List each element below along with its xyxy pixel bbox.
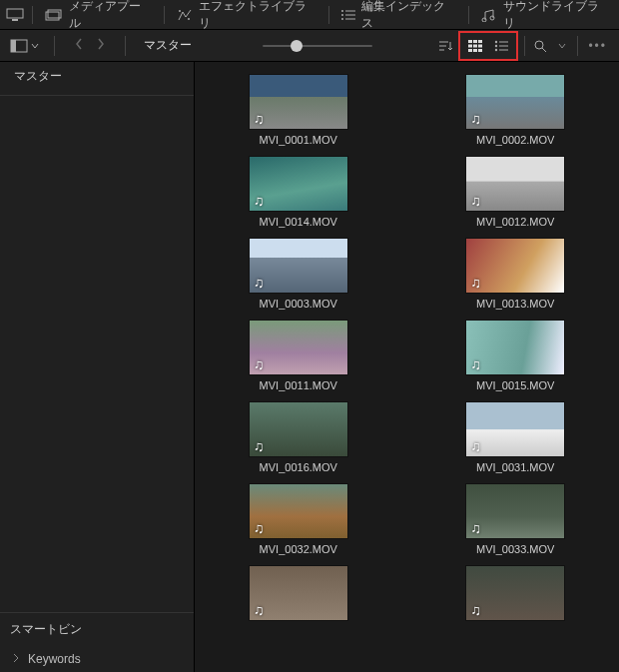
clip-thumbnail[interactable]: ♫ <box>249 320 348 375</box>
tab-edit-index[interactable]: 編集インデックス <box>337 0 460 32</box>
svg-point-30 <box>495 44 497 46</box>
svg-rect-19 <box>468 40 472 43</box>
audio-icon: ♫ <box>470 193 481 209</box>
clip-thumbnail[interactable]: ♫ <box>249 565 348 621</box>
nav-arrows <box>65 36 115 55</box>
clip-item[interactable]: ♫MVI_0003.MOV <box>249 238 348 310</box>
divider <box>164 6 165 24</box>
clip-item[interactable]: ♫MVI_0016.MOV <box>249 401 348 473</box>
media-toolbar: マスター ••• <box>0 30 619 62</box>
sidebar-empty <box>0 96 194 612</box>
main-area: マスター スマートビン Keywords ♫MVI_0001.MOV♫MVI_0… <box>0 62 619 672</box>
clip-thumbnail[interactable]: ♫ <box>465 483 565 539</box>
svg-point-9 <box>341 10 343 12</box>
search-dropdown[interactable] <box>551 35 573 57</box>
svg-rect-15 <box>11 40 16 52</box>
clip-item[interactable]: ♫ <box>465 565 565 625</box>
nav-forward[interactable] <box>93 36 109 55</box>
grid-view-button[interactable] <box>464 35 486 57</box>
clip-label: MVI_0016.MOV <box>260 461 337 473</box>
search-button[interactable] <box>529 35 551 57</box>
clip-label: MVI_0014.MOV <box>260 216 337 228</box>
nav-back[interactable] <box>71 36 87 55</box>
audio-icon: ♫ <box>254 193 265 209</box>
smartbin-header: スマートビン <box>0 612 194 646</box>
chevron-right-icon <box>12 652 20 666</box>
divider <box>32 6 33 24</box>
clip-item[interactable]: ♫MVI_0032.MOV <box>249 483 348 555</box>
divider <box>577 36 578 56</box>
svg-line-35 <box>542 48 546 52</box>
svg-rect-23 <box>473 44 477 47</box>
clip-thumbnail[interactable]: ♫ <box>465 320 565 375</box>
divider <box>524 36 525 56</box>
list-view-button[interactable] <box>490 35 512 57</box>
smartbin-keywords[interactable]: Keywords <box>0 646 194 672</box>
clip-thumbnail[interactable]: ♫ <box>465 401 565 457</box>
clip-thumbnail[interactable]: ♫ <box>465 156 565 212</box>
clip-item[interactable]: ♫MVI_0033.MOV <box>465 483 565 555</box>
more-options[interactable]: ••• <box>582 39 613 53</box>
svg-point-4 <box>179 10 181 12</box>
clip-thumbnail[interactable]: ♫ <box>465 565 565 621</box>
clip-item[interactable]: ♫MVI_0011.MOV <box>249 320 348 391</box>
svg-rect-26 <box>473 49 477 52</box>
audio-icon: ♫ <box>470 356 481 372</box>
clip-thumbnail[interactable]: ♫ <box>465 238 565 294</box>
tab-media-pool[interactable]: メディアプール <box>41 0 156 32</box>
audio-icon: ♫ <box>254 356 265 372</box>
svg-rect-21 <box>478 40 482 43</box>
divider <box>468 6 469 24</box>
clip-thumbnail[interactable]: ♫ <box>249 156 348 212</box>
svg-rect-22 <box>468 44 472 47</box>
clip-item[interactable]: ♫MVI_0001.MOV <box>249 74 348 146</box>
monitor-icon[interactable] <box>6 8 24 22</box>
clip-thumbnail[interactable]: ♫ <box>465 74 565 130</box>
sort-button[interactable] <box>434 35 456 57</box>
view-tools: ••• <box>434 30 613 61</box>
clip-thumbnail[interactable]: ♫ <box>249 401 348 457</box>
clip-label: MVI_0011.MOV <box>260 379 337 391</box>
clip-item[interactable]: ♫MVI_0031.MOV <box>465 401 565 473</box>
clip-thumbnail[interactable]: ♫ <box>249 74 348 130</box>
clip-label: MVI_0003.MOV <box>260 298 337 310</box>
sidebar: マスター スマートビン Keywords <box>0 62 195 672</box>
tab-label: エフェクトライブラリ <box>199 0 316 32</box>
thumbnail-size-slider[interactable] <box>263 45 372 47</box>
tab-effects-library[interactable]: エフェクトライブラリ <box>173 0 320 32</box>
clip-thumbnail[interactable]: ♫ <box>249 238 348 294</box>
keywords-label: Keywords <box>28 652 81 666</box>
clip-item[interactable]: ♫MVI_0013.MOV <box>465 238 565 310</box>
svg-rect-20 <box>473 40 477 43</box>
divider <box>125 36 126 56</box>
clip-thumbnail[interactable]: ♫ <box>249 483 348 539</box>
tab-sound-library[interactable]: サウンドライブラリ <box>477 0 613 32</box>
thumb-size-area <box>206 45 428 47</box>
panel-icon <box>10 39 28 53</box>
audio-icon: ♫ <box>470 111 481 127</box>
tab-label: サウンドライブラリ <box>503 0 609 32</box>
view-mode-highlight <box>458 31 518 61</box>
audio-icon: ♫ <box>470 520 481 536</box>
clip-item[interactable]: ♫ <box>249 565 348 625</box>
clip-item[interactable]: ♫MVI_0002.MOV <box>465 74 565 146</box>
svg-point-10 <box>341 14 343 16</box>
audio-icon: ♫ <box>254 520 265 536</box>
sidebar-bin-master[interactable]: マスター <box>0 62 194 96</box>
audio-icon: ♫ <box>470 275 481 291</box>
slider-knob[interactable] <box>291 40 303 52</box>
svg-rect-1 <box>12 19 18 21</box>
list-icon <box>341 9 355 21</box>
breadcrumb[interactable]: マスター <box>136 37 200 54</box>
tab-label: メディアプール <box>69 0 152 32</box>
panel-toggle[interactable] <box>6 39 44 53</box>
audio-icon: ♫ <box>254 438 265 454</box>
clip-item[interactable]: ♫MVI_0014.MOV <box>249 156 348 228</box>
clip-item[interactable]: ♫MVI_0012.MOV <box>465 156 565 228</box>
top-tab-bar: メディアプール エフェクトライブラリ 編集インデックス サウンドライブラリ <box>0 0 619 30</box>
clip-label: MVI_0015.MOV <box>476 379 554 391</box>
clip-item[interactable]: ♫MVI_0015.MOV <box>465 320 565 391</box>
svg-point-34 <box>535 41 543 49</box>
clip-label: MVI_0012.MOV <box>476 216 554 228</box>
clip-label: MVI_0002.MOV <box>476 134 554 146</box>
